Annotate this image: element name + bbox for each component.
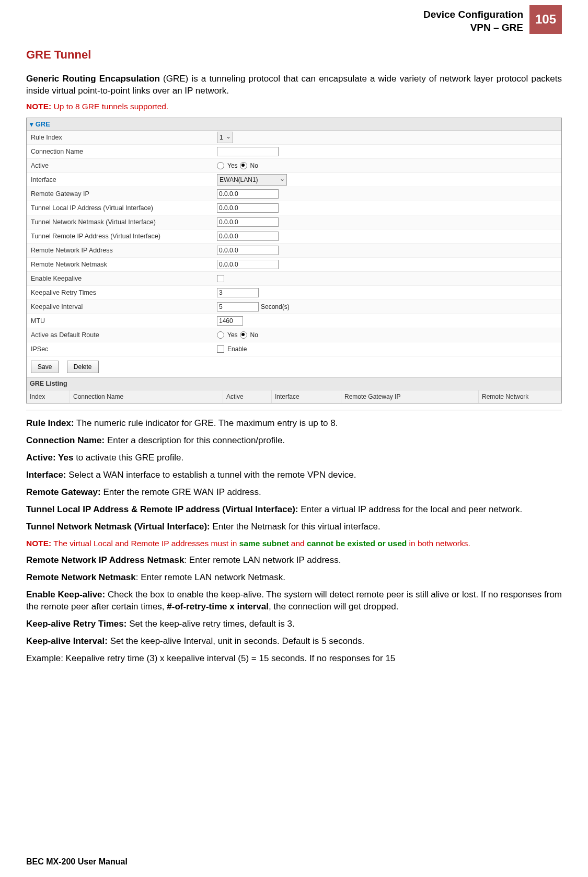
remote-network-ip-input[interactable]: 0.0.0.0: [217, 246, 279, 255]
row-ipsec: IPSec Enable: [27, 342, 561, 356]
intro-paragraph: Generic Routing Encapsulation (GRE) is a…: [26, 73, 562, 97]
note-subnet: NOTE: The virtual Local and Remote IP ad…: [26, 538, 562, 549]
row-remote-gateway-ip: Remote Gateway IP 0.0.0.0: [27, 187, 561, 201]
definitions: Rule Index: The numeric rule indicator f…: [26, 418, 562, 664]
listing-header: Index Connection Name Active Interface R…: [27, 390, 561, 403]
row-default-route: Active as Default Route Yes No: [27, 328, 561, 342]
active-yes-radio[interactable]: [217, 162, 224, 169]
rule-index-select[interactable]: 1: [217, 132, 233, 143]
divider: [26, 410, 562, 410]
active-no-radio[interactable]: [240, 162, 247, 169]
row-active: Active Yes No: [27, 159, 561, 173]
panel-title: GRE: [27, 118, 561, 131]
footer-text: BEC MX-200 User Manual: [26, 856, 128, 868]
header-line1: Device Configuration: [423, 8, 523, 21]
defroute-yes-radio[interactable]: [217, 331, 224, 339]
connection-name-input[interactable]: [217, 147, 279, 156]
listing-title: GRE Listing: [27, 377, 561, 390]
ipsec-checkbox[interactable]: [217, 345, 224, 353]
remote-gateway-input[interactable]: 0.0.0.0: [217, 189, 279, 199]
tunnel-remote-ip-input[interactable]: 0.0.0.0: [217, 232, 279, 241]
keepalive-checkbox[interactable]: [217, 275, 224, 282]
row-remote-network-ip: Remote Network IP Address 0.0.0.0: [27, 244, 561, 258]
section-title: GRE Tunnel: [26, 47, 562, 63]
note-top: NOTE: Up to 8 GRE tunnels supported.: [26, 101, 562, 112]
mtu-input[interactable]: 1460: [217, 316, 243, 326]
example-line: Example: Keepalive retry time (3) x keep…: [26, 653, 562, 665]
row-enable-keepalive: Enable Keepalive: [27, 272, 561, 286]
keepalive-interval-input[interactable]: 5: [217, 302, 259, 311]
save-button[interactable]: Save: [31, 361, 59, 373]
note-text: Up to 8 GRE tunnels supported.: [51, 102, 168, 111]
row-interface: Interface EWAN(LAN1): [27, 173, 561, 187]
note-label: NOTE:: [26, 102, 51, 111]
row-rule-index: Rule Index 1: [27, 131, 561, 145]
header-line2: VPN – GRE: [423, 21, 523, 34]
row-tunnel-local-ip: Tunnel Local IP Address (Virtual Interfa…: [27, 201, 561, 215]
row-remote-network-netmask: Remote Network Netmask 0.0.0.0: [27, 258, 561, 272]
row-keepalive-retry: Keepalive Retry Times 3: [27, 286, 561, 300]
page-number-badge: 105: [529, 5, 562, 34]
page-header: Device Configuration VPN – GRE 105: [26, 5, 562, 34]
tunnel-local-ip-input[interactable]: 0.0.0.0: [217, 203, 279, 213]
defroute-no-radio[interactable]: [240, 331, 247, 339]
row-keepalive-interval: Keepalive Interval 5Second(s): [27, 300, 561, 314]
keepalive-retry-input[interactable]: 3: [217, 288, 259, 297]
gre-form-screenshot: GRE Rule Index 1 Connection Name Active …: [26, 118, 562, 404]
remote-network-netmask-input[interactable]: 0.0.0.0: [217, 260, 279, 269]
intro-bold: Generic Routing Encapsulation: [26, 74, 160, 84]
interface-select[interactable]: EWAN(LAN1): [217, 174, 287, 186]
delete-button[interactable]: Delete: [67, 361, 99, 373]
tunnel-netmask-input[interactable]: 0.0.0.0: [217, 217, 279, 227]
row-mtu: MTU 1460: [27, 314, 561, 328]
row-tunnel-remote-ip: Tunnel Remote IP Address (Virtual Interf…: [27, 229, 561, 244]
row-tunnel-netmask: Tunnel Network Netmask (Virtual Interfac…: [27, 215, 561, 229]
row-connection-name: Connection Name: [27, 145, 561, 159]
